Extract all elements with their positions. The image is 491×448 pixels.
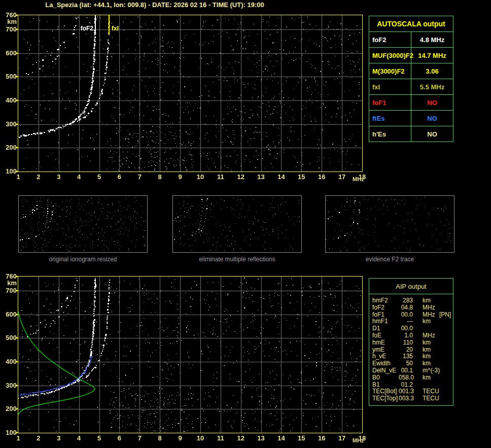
- autoscala-param-label: foF1: [369, 95, 411, 110]
- autoscala-param-label: h'Es: [369, 126, 411, 142]
- autoscala-row-fxi: fxI5.5 MHz: [369, 79, 453, 94]
- aip-table-rows: hmF2283kmfoF204.8MHzfoF100.0MHz[PN]hmF1-…: [369, 294, 453, 405]
- thumbnail-eliminate-reflections: [172, 195, 302, 253]
- thumbnail-caption-evidence: evidence F2 trace: [325, 256, 454, 263]
- aip-value: 00.0: [399, 312, 413, 319]
- thumbnail-original-ionogram: [18, 195, 148, 253]
- aip-value: 283: [399, 297, 413, 304]
- autoscala-param-value: 14.7 MHz: [411, 48, 453, 63]
- aip-unit: MHz: [423, 304, 439, 312]
- autoscala-table-rows: foF24.8 MHzMUF(3000)F214.7 MHzM(3000)F23…: [369, 31, 453, 142]
- aip-name: ymE: [372, 347, 399, 354]
- aip-unit: [423, 325, 439, 332]
- aip-unit: [423, 382, 439, 389]
- thumbnail-caption-original: original ionogram resized: [18, 256, 148, 263]
- aip-value: 04.8: [399, 304, 413, 312]
- aip-row-hme: hmE110km: [372, 339, 453, 347]
- aip-value: 00.1: [399, 367, 413, 374]
- autoscala-output-table: AUTOSCALA output foF24.8 MHzMUF(3000)F21…: [369, 16, 453, 142]
- aip-name: hmF2: [372, 297, 399, 304]
- aip-row-yme: ymE20km: [372, 347, 453, 354]
- aip-row-fof2: foF204.8MHz: [372, 304, 453, 312]
- aip-row-ewidth: Ewidth50km: [372, 360, 453, 367]
- ionogram-profile-plot: [0, 271, 368, 448]
- aip-unit: km: [423, 360, 439, 367]
- aip-name: foF1: [372, 312, 399, 319]
- aip-value: 110: [399, 339, 413, 347]
- aip-name: hmE: [372, 339, 399, 347]
- aip-value: 001.3: [399, 388, 413, 395]
- autoscala-row-muf3000f2: MUF(3000)F214.7 MHz: [369, 47, 453, 63]
- station-header: La_Spezia (lat: +44.1, lon: 009.8) - DAT…: [18, 1, 292, 9]
- aip-unit: m^(-3): [423, 367, 439, 374]
- aip-unit: km: [423, 347, 439, 354]
- aip-row-b0: B0058.0km: [372, 374, 453, 382]
- aip-unit: km: [423, 297, 439, 304]
- autoscala-row-fof2: foF24.8 MHz: [369, 31, 453, 47]
- ionogram-main-plot: [0, 10, 368, 188]
- autoscala-param-value: 4.8 MHz: [411, 32, 453, 47]
- aip-row-delnve: DelN_vE00.1m^(-3): [372, 367, 453, 374]
- aip-value: 058.0: [399, 374, 413, 382]
- autoscala-param-value: NO: [411, 111, 453, 126]
- aip-row-hve: h_vE135km: [372, 353, 453, 360]
- autoscala-param-label: foF2: [369, 32, 411, 47]
- autoscala-row-m3000f2: M(3000)F23.06: [369, 63, 453, 79]
- aip-row-tectop: TEC[Top]003.3TECU: [372, 395, 453, 402]
- aip-row-d1: D100.0: [372, 325, 453, 332]
- aip-unit: MHz: [423, 332, 439, 339]
- aip-row-foe: foE1.0MHz: [372, 332, 453, 339]
- thumbnail-evidence-f2-trace: [325, 195, 454, 253]
- autoscala-param-label: MUF(3000)F2: [369, 48, 411, 63]
- aip-row-fof1: foF100.0MHz[PN]: [372, 312, 453, 319]
- aip-unit: km: [423, 374, 439, 382]
- aip-row-hmf1: hmF1---km: [372, 318, 453, 325]
- aip-value: 1.0: [399, 332, 413, 339]
- aip-name: Ewidth: [372, 360, 399, 367]
- autoscala-param-value: NO: [411, 126, 453, 142]
- aip-value: 01.2: [399, 382, 413, 389]
- autoscala-param-value: 5.5 MHz: [411, 79, 453, 94]
- aip-name: foE: [372, 332, 399, 339]
- autoscala-param-value: 3.06: [411, 63, 453, 79]
- aip-name: D1: [372, 325, 399, 332]
- aip-name: B1: [372, 382, 399, 389]
- aip-unit: TECU: [423, 388, 439, 395]
- aip-name: TEC[Bot]: [372, 388, 399, 395]
- aip-name: h_vE: [372, 353, 399, 360]
- autoscala-param-value: NO: [411, 95, 453, 110]
- autoscala-row-ftes: ftEsNO: [369, 110, 453, 126]
- aip-output-table: AIP output hmF2283kmfoF204.8MHzfoF100.0M…: [369, 278, 453, 406]
- autoscala-row-hes: h'EsNO: [369, 126, 453, 142]
- aip-value: 50: [399, 360, 413, 367]
- thumbnail-caption-eliminate: eliminate multiple reflections: [172, 256, 302, 263]
- aip-name: DelN_vE: [372, 367, 399, 374]
- aip-row-hmf2: hmF2283km: [372, 297, 453, 304]
- aip-value: 20: [399, 347, 413, 354]
- aip-unit: MHz: [423, 312, 439, 319]
- aip-name: TEC[Top]: [372, 395, 399, 402]
- autoscala-param-label: M(3000)F2: [369, 63, 411, 79]
- autoscala-param-label: ftEs: [369, 111, 411, 126]
- aip-unit: km: [423, 318, 439, 325]
- aip-value: 003.3: [399, 395, 413, 402]
- aip-value: 135: [399, 353, 413, 360]
- aip-value: 00.0: [399, 325, 413, 332]
- aip-row-b1: B101.2: [372, 382, 453, 389]
- aip-name: hmF1: [372, 318, 399, 325]
- aip-row-tecbot: TEC[Bot]001.3TECU: [372, 388, 453, 395]
- aip-name: foF2: [372, 304, 399, 312]
- aip-unit: km: [423, 353, 439, 360]
- autoscala-table-title: AUTOSCALA output: [369, 16, 453, 31]
- aip-name: B0: [372, 374, 399, 382]
- aip-unit: TECU: [423, 395, 439, 402]
- autoscala-window: La_Spezia (lat: +44.1, lon: 009.8) - DAT…: [0, 0, 491, 448]
- aip-value: ---: [399, 318, 413, 325]
- autoscala-row-fof1: foF1NO: [369, 94, 453, 110]
- aip-note: [PN]: [439, 312, 451, 319]
- aip-unit: km: [423, 339, 439, 347]
- aip-table-title: AIP output: [369, 279, 453, 294]
- autoscala-param-label: fxI: [369, 79, 411, 94]
